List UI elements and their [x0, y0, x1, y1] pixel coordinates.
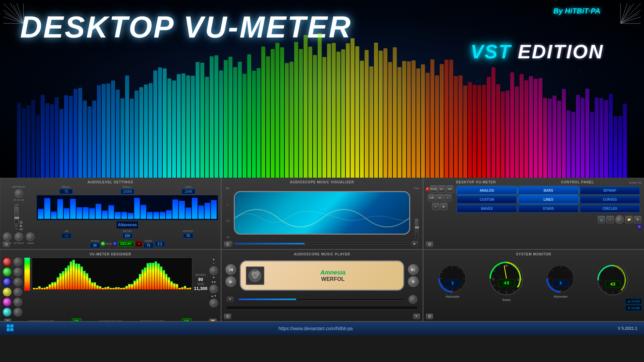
gb-btn[interactable]: GB [428, 194, 435, 201]
gradient-colors-label: GRADIENT COLORS [29, 320, 54, 321]
stars-btn[interactable]: STARS [518, 205, 578, 213]
size-spinbox[interactable]: 2048 [182, 189, 195, 194]
vu-knob-7[interactable] [13, 257, 22, 266]
cc-btn[interactable]: cc [436, 194, 443, 201]
vu-bars-display [32, 257, 193, 291]
n-hash-btn[interactable]: N# [446, 185, 453, 193]
power-system-monitor[interactable]: ⏻ [426, 314, 433, 319]
svg-rect-81 [7, 324, 10, 327]
analog-btn[interactable]: ANALOG [457, 187, 517, 194]
decay-knob[interactable] [3, 232, 11, 241]
vu-designer-bar [120, 288, 122, 290]
vu-designer-bar [152, 263, 154, 290]
close-music-player[interactable]: ✕ [413, 314, 420, 319]
custom-btn[interactable]: CUSTOM [457, 196, 517, 203]
spectrum-bar [618, 116, 622, 178]
ok-button[interactable]: DECAY [118, 241, 134, 247]
end-vu-btn[interactable]: ⏩ [209, 319, 217, 321]
track-info: Amnesia WERFOL [268, 269, 398, 282]
vu-designer-bar [65, 268, 67, 290]
next-btn[interactable]: ▶| [408, 264, 419, 275]
ms-48: 48 [21, 198, 24, 201]
vu-knob-2[interactable] [3, 267, 11, 276]
spectrum-bar [548, 99, 552, 178]
circles-btn[interactable]: CIRCLES [580, 205, 640, 213]
ok-vu-btn-2[interactable]: OK [182, 318, 192, 321]
power-button-scope[interactable]: ⏻ [224, 242, 231, 247]
vu-designer-bar [155, 261, 157, 290]
lines-btn[interactable]: LINES [518, 196, 578, 203]
rgb-btn[interactable]: RGB [430, 185, 437, 193]
prev-btn[interactable]: |◀ [225, 264, 236, 275]
eq-bar [108, 205, 114, 219]
vu-knob-right-2[interactable] [209, 285, 218, 293]
music-settings-btn[interactable]: ⚙ [227, 297, 233, 302]
vu-designer-bar [96, 285, 99, 290]
vu-knob-right-1[interactable] [209, 266, 218, 275]
bitmap-btn[interactable]: BITMAP [580, 187, 640, 194]
bars-btn[interactable]: BARS [518, 187, 578, 194]
spectrum-bar [524, 80, 528, 178]
spectrum-bar [191, 76, 195, 178]
spectrum-bar [496, 84, 500, 178]
freq-minus-spinbox[interactable]: 75 [59, 189, 73, 194]
freq-plus-spinbox[interactable]: 15000 [121, 189, 134, 194]
vu-designer-bar [118, 287, 120, 290]
x-button[interactable]: ✕ [136, 241, 142, 247]
spectrum-bar [280, 47, 284, 178]
gain-knob[interactable] [26, 232, 35, 241]
spectrum-bar [125, 75, 129, 178]
spectrum-bar [412, 60, 416, 178]
spectrum-bar [454, 76, 458, 178]
folder-btn[interactable]: 📁 [625, 216, 633, 223]
spectrum-bar [468, 82, 472, 178]
eq-bar [51, 212, 57, 219]
ok-vu-btn[interactable]: OK [72, 318, 82, 321]
volume-knob-player[interactable] [409, 295, 417, 304]
db-label2: dB [65, 230, 68, 233]
play-btn[interactable]: ▶ [225, 276, 236, 287]
vu-designer-bar [176, 284, 178, 290]
vu-knob-10[interactable] [13, 288, 22, 296]
vu-knob-4[interactable] [3, 288, 11, 296]
attack-knob[interactable] [14, 232, 23, 241]
vu-knob-9[interactable] [13, 278, 22, 286]
vu-knob-1[interactable] [3, 257, 11, 266]
svg-rect-84 [10, 328, 13, 331]
spectrum-bar [557, 101, 561, 178]
curves-btn[interactable]: CURVES [580, 196, 640, 203]
vu-knob-11[interactable] [13, 298, 22, 306]
power-music-player[interactable]: ⏻ [224, 314, 231, 319]
stop-btn[interactable]: ■ [408, 276, 419, 287]
windows-start-button[interactable] [7, 324, 13, 333]
vu-knob-5[interactable] [3, 298, 11, 306]
waves-btn[interactable]: WAVES [457, 205, 517, 213]
spectrum-bar [31, 100, 35, 178]
scope-next[interactable]: ▶ [412, 241, 418, 246]
vu-knob-right-3[interactable] [209, 299, 218, 307]
eq-bar [179, 201, 184, 219]
refresh-knob[interactable] [14, 189, 23, 198]
spectrum-bar [111, 80, 115, 178]
volume-knob[interactable] [615, 215, 624, 224]
vu-knob-8[interactable] [13, 267, 22, 276]
svg-rect-83 [7, 328, 10, 331]
settings-btn[interactable]: ⚙ [634, 216, 641, 223]
spectrum-bar [186, 75, 190, 178]
spectrum-bar [167, 78, 171, 178]
note-btn[interactable]: ♪ [606, 216, 614, 223]
power-vu-designer[interactable]: ⏻ [4, 319, 11, 321]
tv-btn[interactable]: 📺 [598, 216, 605, 223]
vu-knob-3[interactable] [3, 278, 11, 286]
power-button-ctrl[interactable]: ⏻ [426, 242, 433, 247]
ms-16: 16 [13, 198, 16, 201]
gauge-3-label: Rainmeter [554, 295, 568, 298]
vu-knob-6[interactable] [3, 308, 11, 316]
vu-knob-12[interactable] [13, 308, 22, 316]
let-btn[interactable]: ◈ [440, 203, 447, 210]
led-blue-ctrl [638, 225, 641, 229]
power-button-audio[interactable]: ⏻ [3, 242, 10, 247]
check-btn[interactable]: ✓ [432, 203, 439, 210]
n-plus-btn[interactable]: N+ [438, 185, 445, 193]
music-btn[interactable]: ♪ [444, 194, 451, 201]
